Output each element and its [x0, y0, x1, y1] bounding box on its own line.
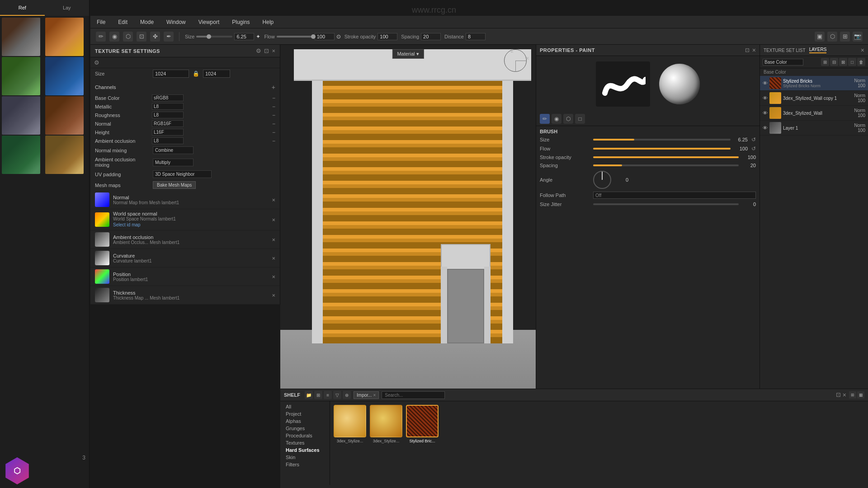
menu-plugins[interactable]: Plugins — [229, 18, 252, 26]
channel-normal-remove[interactable]: − — [272, 121, 275, 127]
tss-close[interactable]: × — [272, 47, 275, 54]
meshmap-normal-close[interactable]: × — [272, 197, 275, 203]
brush-icon-active[interactable]: ✏ — [540, 114, 550, 124]
shelf-link-icon[interactable]: ⊛ — [343, 391, 351, 399]
tool-geometry[interactable]: ⬡ — [123, 32, 133, 42]
shelf-folder-icon[interactable]: 📁 — [305, 391, 313, 399]
channel-basecolor-remove[interactable]: − — [272, 95, 275, 101]
brush-size-reset[interactable]: ↺ — [751, 136, 756, 143]
menu-edit[interactable]: Edit — [115, 18, 130, 26]
brush-opacity-slider[interactable] — [593, 156, 739, 158]
shelf-cat-textures[interactable]: Textures — [284, 439, 326, 446]
toolbar-view-split[interactable]: ⊞ — [840, 32, 850, 42]
channel-roughness-remove[interactable]: − — [272, 112, 275, 118]
brush-icon-4[interactable]: □ — [575, 114, 585, 124]
brush-icon-2[interactable]: ◉ — [552, 114, 561, 124]
shelf-view-grid[interactable]: ⊞ — [849, 391, 856, 399]
toolbar-view-2d[interactable]: ▣ — [815, 32, 825, 42]
uv-padding-select[interactable]: 3D Space Neighbor2D Space — [153, 170, 212, 178]
channel-roughness-format[interactable]: L8sRGB8RGB16F — [152, 112, 184, 118]
tss-lock-icon[interactable]: 🔒 — [193, 70, 199, 77]
reference-thumb-7[interactable] — [2, 136, 40, 174]
layers-panel-close[interactable]: × — [861, 47, 864, 54]
tss-size-select[interactable]: 1024 512 2048 4096 — [153, 70, 189, 78]
left-panel-tab-layers[interactable]: Lay — [45, 0, 90, 16]
props-close[interactable]: × — [752, 47, 756, 54]
channel-metallic-format[interactable]: L8sRGB8RGB16F — [152, 103, 184, 110]
tss-size-locked-value[interactable] — [203, 70, 230, 78]
toolbar-size-slider[interactable] — [196, 36, 232, 38]
layer-tool-4[interactable]: □ — [848, 58, 856, 66]
layer-eye-stylized[interactable]: 👁 — [763, 80, 768, 86]
toolbar-flow-slider[interactable] — [277, 36, 313, 38]
brush-spacing-slider[interactable] — [593, 164, 739, 166]
layer-eye-wall-copy[interactable]: 👁 — [763, 95, 768, 101]
shelf-view-list[interactable]: ▦ — [857, 391, 864, 399]
select-id-map-link[interactable]: Select id map — [113, 221, 268, 228]
shelf-item-3[interactable]: Stylized Bric... — [406, 405, 439, 443]
tool-brush[interactable]: ✏ — [96, 32, 106, 42]
shelf-search-input[interactable] — [382, 391, 445, 399]
tool-transform[interactable]: ✤ — [150, 32, 160, 42]
layer-row-wall-copy[interactable]: 👁 3dex_Stylized_Wall copy 1 Norm 100 — [760, 91, 868, 106]
layer-row-stylized[interactable]: 👁 Stylized Bricks Stylized Bricks Norm N… — [760, 76, 868, 91]
follow-path-track[interactable]: Off — [593, 192, 756, 199]
reference-thumb-3[interactable] — [2, 57, 40, 95]
normal-mixing-select[interactable]: CombineReoriented — [153, 146, 193, 154]
tool-select[interactable]: ⊡ — [137, 32, 146, 42]
shelf-import-tab[interactable]: Impor... × — [354, 391, 379, 399]
tool-smudge[interactable]: ◉ — [109, 32, 119, 42]
shelf-cat-all[interactable]: All — [284, 403, 326, 410]
toolbar-flow-value[interactable]: 100 — [315, 33, 335, 40]
menu-file[interactable]: File — [94, 18, 108, 26]
meshmap-pos-close[interactable]: × — [272, 273, 275, 280]
shelf-cat-filters[interactable]: Filters — [284, 461, 326, 468]
brush-size-slider[interactable] — [593, 139, 731, 141]
shelf-cat-grunges[interactable]: Grunges — [284, 425, 326, 432]
layer-tool-1[interactable]: ⊞ — [821, 58, 829, 66]
left-panel-tab-reference[interactable]: Ref — [0, 0, 45, 16]
tab-layers[interactable]: LAYERS — [809, 47, 827, 53]
toolbar-opacity-value[interactable]: 100 — [377, 33, 397, 40]
viewport[interactable]: Z X Material ▾ — [280, 45, 536, 389]
shelf-close-icon[interactable]: × — [843, 391, 846, 399]
shelf-cat-alphas[interactable]: Alphas — [284, 418, 326, 425]
channels-add-button[interactable]: + — [272, 84, 275, 91]
channel-normal-format[interactable]: RGB16FL8sRGB8 — [152, 120, 184, 127]
toolbar-distance-value[interactable]: 8 — [466, 33, 486, 40]
channel-ao-remove[interactable]: − — [272, 138, 275, 144]
layer-row-layer1[interactable]: 👁 Layer 1 Norm 100 — [760, 121, 868, 136]
channel-height-format[interactable]: L16FL8RGB16F — [152, 129, 184, 136]
brush-flow-slider[interactable] — [593, 148, 731, 150]
layer-tool-delete[interactable]: 🗑 — [857, 58, 865, 66]
shelf-item-2[interactable]: 3dex_Stylize... — [370, 405, 402, 443]
reference-thumb-8[interactable] — [45, 136, 84, 174]
size-jitter-slider[interactable] — [593, 203, 739, 205]
layer-tool-3[interactable]: ⊠ — [839, 58, 847, 66]
channel-metallic-remove[interactable]: − — [272, 103, 275, 110]
shelf-cat-project[interactable]: Project — [284, 410, 326, 418]
meshmap-thick-close[interactable]: × — [272, 292, 275, 299]
reference-thumb-6[interactable] — [45, 96, 84, 135]
tss-icon-expand[interactable]: ⊡ — [264, 47, 269, 54]
reference-thumb-2[interactable] — [45, 18, 84, 56]
shelf-filter-icon[interactable]: ▽ — [333, 391, 341, 399]
menu-window[interactable]: Window — [164, 18, 189, 26]
props-expand[interactable]: ⊡ — [745, 47, 750, 53]
shelf-cat-procedurals[interactable]: Procedurals — [284, 432, 326, 439]
meshmap-curv-close[interactable]: × — [272, 255, 275, 262]
tool-color-pick[interactable]: ✒ — [164, 32, 174, 42]
shelf-item-1[interactable]: 3dex_Stylize... — [334, 405, 366, 443]
shelf-cat-skin[interactable]: Skin — [284, 454, 326, 461]
material-dropdown[interactable]: Material ▾ — [392, 49, 424, 59]
toolbar-camera[interactable]: 📷 — [853, 32, 863, 42]
toolbar-size-value[interactable]: 6.25 — [234, 33, 254, 40]
meshmap-world-close[interactable]: × — [272, 216, 275, 223]
layer-row-wall[interactable]: 👁 3dex_Stylized_Wall Norm 100 — [760, 106, 868, 121]
viewport-gizmo[interactable]: Z X — [504, 49, 531, 76]
ao-mixing-select[interactable]: MultiplyAdd — [153, 159, 193, 166]
layer-eye-wall[interactable]: 👁 — [763, 110, 768, 116]
tss-settings-icon[interactable]: ⚙ — [94, 59, 99, 66]
layer-eye-layer1[interactable]: 👁 — [763, 125, 768, 131]
bake-mesh-maps-button[interactable]: Bake Mesh Maps — [153, 181, 196, 189]
